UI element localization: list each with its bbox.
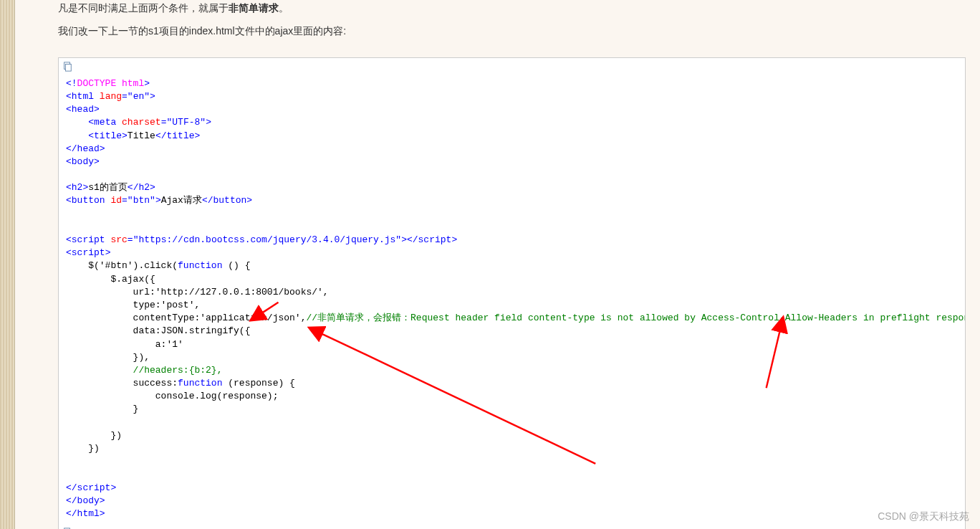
intro-text-block: 凡是不同时满足上面两个条件，就属于非简单请求。 我们改一下上一节的s1项目的in…: [58, 0, 966, 39]
intro-line1-post: 。: [279, 2, 289, 14]
content: 凡是不同时满足上面两个条件，就属于非简单请求。 我们改一下上一节的s1项目的in…: [15, 0, 980, 529]
intro-line-2: 我们改一下上一节的s1项目的index.html文件中的ajax里面的内容:: [58, 23, 966, 39]
panel-toolbar-top: [59, 58, 965, 74]
code-block: <!DOCTYPE html> <html lang="en"> <head> …: [59, 74, 965, 528]
code-panel: <!DOCTYPE html> <html lang="en"> <head> …: [58, 57, 966, 529]
intro-line1-strong: 非简单请求: [229, 2, 279, 14]
intro-line1-pre: 凡是不同时满足上面两个条件，就属于: [58, 2, 229, 14]
page-margin-strip: [0, 0, 15, 529]
intro-line-1: 凡是不同时满足上面两个条件，就属于非简单请求。: [58, 0, 966, 16]
copy-icon[interactable]: [62, 62, 72, 72]
svg-rect-1: [65, 64, 71, 71]
